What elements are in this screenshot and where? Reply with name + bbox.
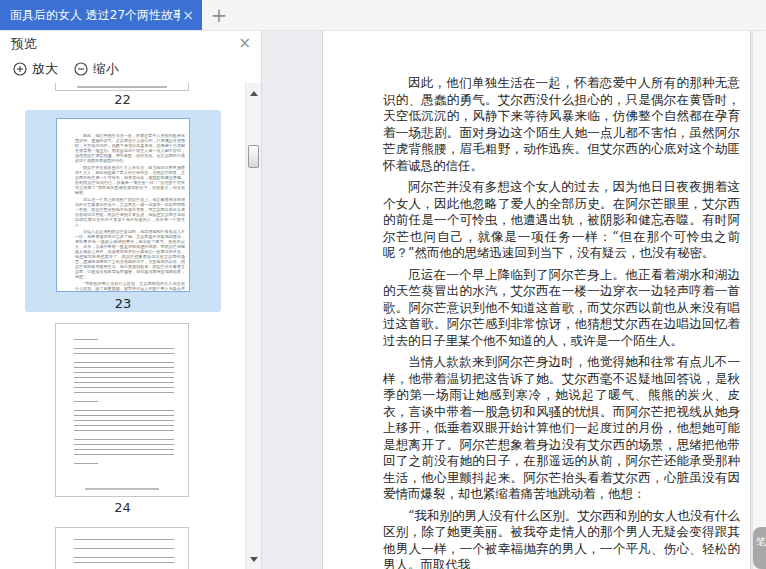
- tab-title: 面具后的女人 透过27个两性故事: [10, 7, 180, 24]
- tab-bar: 面具后的女人 透过27个两性故事 × +: [0, 0, 766, 31]
- thumbnail-page-22[interactable]: [55, 83, 189, 91]
- mini-paragraph: 因此，他们单独生活在一起，怀着恋爱中人所有的那种无意识的、愚蠢的勇气。艾尔西没什…: [75, 133, 185, 163]
- thumbnail-footer-line: [77, 86, 167, 88]
- paragraph: 阿尔芒并没有多想这个女人的过去，因为他日日夜夜拥着这个女人，因此他忽略了爱人的全…: [383, 179, 740, 262]
- mini-paragraph: 厄运在一个早上降临到了阿尔芒身上。他正看着湖水和湖边的天竺葵冒出的水汽，艾尔西在…: [75, 197, 185, 227]
- app-window: 面具后的女人 透过27个两性故事 × + 预览 × 放大: [0, 0, 766, 569]
- preview-header: 预览 ×: [0, 31, 261, 54]
- thumbnail-page-23[interactable]: 因此，他们单独生活在一起，怀着恋爱中人所有的那种无意识的、愚蠢的勇气。艾尔西没什…: [56, 118, 190, 292]
- preview-title: 预览: [11, 35, 37, 53]
- notes-side-tab-label: 笔: [756, 536, 766, 547]
- zoom-in-label: 放大: [32, 60, 58, 78]
- zoom-in-icon: [13, 62, 27, 76]
- preview-sidebar: 预览 × 放大 缩小: [0, 31, 262, 569]
- thumbnail-footer-line: [85, 488, 159, 490]
- mini-line: [74, 339, 98, 342]
- spacer: [56, 528, 188, 539]
- zoom-out-icon: [74, 62, 88, 76]
- paragraph: 因此，他们单独生活在一起，怀着恋爱中人所有的那种无意识的、愚蠢的勇气。艾尔西没什…: [383, 75, 740, 174]
- thumbnail-label-23: 23: [25, 296, 221, 311]
- browser-tab-active[interactable]: 面具后的女人 透过27个两性故事 ×: [0, 0, 202, 30]
- preview-toolbar: 放大 缩小: [0, 54, 261, 83]
- document-viewer: 因此，他们单独生活在一起，怀着恋爱中人所有的那种无意识的、愚蠢的勇气。艾尔西没什…: [262, 31, 766, 569]
- mini-lines: [74, 557, 174, 566]
- mini-lines: [74, 410, 174, 434]
- tab-close-icon[interactable]: ×: [182, 8, 194, 22]
- thumbnail-selected-23[interactable]: 因此，他们单独生活在一起，怀着恋爱中人所有的那种无意识的、愚蠢的勇气。艾尔西没什…: [25, 110, 221, 312]
- thumbnail-page-23-text: 因此，他们单独生活在一起，怀着恋爱中人所有的那种无意识的、愚蠢的勇气。艾尔西没什…: [57, 119, 189, 292]
- mini-line: [74, 539, 174, 543]
- mini-paragraph: 阿尔芒并没有多想这个女人的过去，因为他日日夜夜拥着这个女人，因此他忽略了爱人的全…: [75, 165, 185, 195]
- mini-line: [74, 463, 98, 466]
- thumbnail-list: 22 因此，他们单独生活在一起，怀着恋爱中人所有的那种无意识的、愚蠢的勇气。艾尔…: [0, 83, 245, 569]
- scroll-down-button[interactable]: [246, 551, 261, 567]
- zoom-out-button[interactable]: 缩小: [74, 60, 119, 78]
- mini-lines: [74, 439, 174, 458]
- zoom-in-button[interactable]: 放大: [13, 60, 58, 78]
- thumbnail-page-25[interactable]: [55, 527, 189, 569]
- paragraph: 当情人款款来到阿尔芒身边时，他觉得她和往常有点儿不一样，他带着温切把这告诉了她。…: [383, 354, 740, 503]
- arrow-down-icon: [250, 557, 258, 562]
- spacer: [56, 324, 188, 339]
- thumbnail-scrollbar[interactable]: [245, 83, 261, 569]
- thumbnail-page-24[interactable]: [55, 323, 189, 497]
- scroll-up-button[interactable]: [246, 85, 261, 101]
- document-text: 因此，他们单独生活在一起，怀着恋爱中人所有的那种无意识的、愚蠢的勇气。艾尔西没什…: [323, 31, 740, 569]
- paragraph: “我和别的男人没有什么区别。艾尔西和别的女人也没有什么区别，除了她更美丽。被我夺…: [383, 508, 740, 569]
- arrow-up-icon: [250, 91, 258, 96]
- scrollbar-thumb[interactable]: [248, 145, 259, 168]
- mini-paragraph: “我和别的男人没有什么区别。艾尔西和别的女人也没有什么区别，除了她更美丽。被我夺…: [75, 281, 185, 292]
- zoom-out-label: 缩小: [93, 60, 119, 78]
- document-page: 因此，他们单独生活在一起，怀着恋爱中人所有的那种无意识的、愚蠢的勇气。艾尔西没什…: [322, 31, 751, 569]
- mini-line: [74, 401, 98, 404]
- new-tab-button[interactable]: +: [202, 0, 236, 30]
- mini-line: [74, 548, 174, 552]
- thumbnail-label-24: 24: [0, 500, 245, 515]
- content-row: 预览 × 放大 缩小: [0, 31, 766, 569]
- preview-close-icon[interactable]: ×: [238, 36, 251, 51]
- mini-paragraph: 当情人款款来到阿尔芒身边时，他觉得她和往常有点儿不一样，他带着温切把这告诉了她。…: [75, 229, 185, 279]
- thumbnail-label-22: 22: [0, 92, 245, 107]
- main-scrollbar-track[interactable]: [752, 31, 766, 569]
- mini-lines: [74, 362, 174, 396]
- notes-side-tab[interactable]: 笔: [753, 527, 766, 569]
- mini-lines: [74, 348, 174, 357]
- paragraph: 厄运在一个早上降临到了阿尔芒身上。他正看着湖水和湖边的天竺葵冒出的水汽，艾尔西在…: [383, 267, 740, 350]
